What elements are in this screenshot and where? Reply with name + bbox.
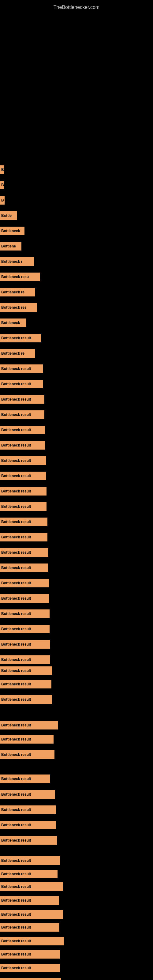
bar-fill-26: Bottleneck result [0, 548, 48, 557]
bar-label-43: Bottleneck result [1, 823, 31, 827]
site-title: TheBottlenecker.com [0, 2, 153, 13]
bar-label-31: Bottleneck result [1, 627, 31, 631]
bar-label-44: Bottleneck result [1, 838, 31, 843]
bar-label-34: Bottleneck result [1, 668, 31, 673]
bar-item-11: Bottleneck [0, 318, 26, 327]
bar-item-33: Bottleneck result [0, 655, 50, 664]
bar-item-9: Bottleneck re [0, 288, 35, 296]
bar-fill-34: Bottleneck result [0, 667, 52, 675]
bar-item-51: Bottleneck result [0, 937, 64, 945]
bar-fill-19: Bottleneck result [0, 441, 45, 450]
bar-item-52: Bottleneck result [0, 950, 60, 959]
bar-fill-45: Bottleneck result [0, 856, 60, 865]
bar-fill-13: Bottleneck re [0, 349, 35, 358]
bar-item-48: Bottleneck result [0, 896, 59, 905]
bar-fill-48: Bottleneck result [0, 896, 59, 905]
bar-fill-32: Bottleneck result [0, 640, 50, 649]
bar-fill-17: Bottleneck result [0, 410, 45, 419]
bar-item-32: Bottleneck result [0, 640, 50, 649]
bar-item-26: Bottleneck result [0, 548, 48, 557]
bar-item-54: Bottleneck result [0, 978, 61, 980]
bar-item-3: B [0, 196, 5, 205]
bar-item-22: Bottleneck result [0, 487, 46, 495]
bar-label-36: Bottleneck result [1, 697, 31, 702]
bar-fill-43: Bottleneck result [0, 821, 56, 829]
bar-fill-6: Bottlene [0, 242, 21, 250]
bar-label-6: Bottlene [1, 244, 16, 248]
bar-label-41: Bottleneck result [1, 792, 31, 797]
bar-label-21: Bottleneck result [1, 474, 31, 478]
bar-fill-9: Bottleneck re [0, 288, 35, 296]
bar-fill-5: Bottleneck [0, 227, 24, 235]
bar-item-12: Bottleneck result [0, 334, 41, 342]
bar-fill-1: B [0, 165, 4, 174]
bar-label-12: Bottleneck result [1, 336, 31, 340]
bar-label-22: Bottleneck result [1, 489, 31, 493]
bar-item-42: Bottleneck result [0, 805, 56, 814]
bar-item-1: B [0, 165, 4, 174]
bar-fill-36: Bottleneck result [0, 695, 52, 704]
bar-fill-40: Bottleneck result [0, 775, 50, 783]
bar-fill-10: Bottleneck res [0, 303, 37, 312]
bar-item-17: Bottleneck result [0, 410, 45, 419]
bar-fill-29: Bottleneck result [0, 594, 49, 603]
bar-fill-44: Bottleneck result [0, 836, 57, 845]
bar-label-3: B [1, 198, 4, 202]
bar-item-46: Bottleneck result [0, 870, 57, 878]
bar-item-7: Bottleneck r [0, 257, 33, 266]
bar-label-53: Bottleneck result [1, 966, 31, 970]
bar-label-52: Bottleneck result [1, 952, 31, 956]
bar-item-16: Bottleneck result [0, 395, 45, 404]
bar-fill-24: Bottleneck result [0, 517, 48, 526]
bar-fill-37: Bottleneck result [0, 721, 58, 730]
bar-fill-49: Bottleneck result [0, 910, 63, 919]
bar-label-35: Bottleneck result [1, 682, 31, 686]
bar-item-45: Bottleneck result [0, 856, 60, 865]
bar-label-32: Bottleneck result [1, 642, 31, 646]
bar-label-9: Bottleneck re [1, 290, 24, 294]
bar-item-8: Bottleneck resu [0, 272, 40, 281]
bar-fill-51: Bottleneck result [0, 937, 64, 945]
bar-label-38: Bottleneck result [1, 737, 31, 741]
bar-item-6: Bottlene [0, 242, 21, 250]
bar-fill-23: Bottleneck result [0, 502, 46, 511]
bar-fill-47: Bottleneck result [0, 882, 63, 891]
bar-fill-42: Bottleneck result [0, 805, 56, 814]
bar-fill-14: Bottleneck result [0, 364, 43, 373]
bar-label-25: Bottleneck result [1, 535, 31, 539]
bar-label-13: Bottleneck re [1, 351, 24, 356]
bar-item-21: Bottleneck result [0, 472, 46, 480]
bar-item-40: Bottleneck result [0, 775, 50, 783]
bar-label-20: Bottleneck result [1, 458, 31, 463]
bar-fill-52: Bottleneck result [0, 950, 60, 959]
bar-fill-54: Bottleneck result [0, 978, 61, 980]
bar-item-31: Bottleneck result [0, 625, 49, 633]
bar-fill-31: Bottleneck result [0, 625, 49, 633]
bar-fill-20: Bottleneck result [0, 456, 46, 465]
bar-fill-25: Bottleneck result [0, 533, 48, 541]
bar-fill-22: Bottleneck result [0, 487, 46, 495]
bar-fill-39: Bottleneck result [0, 750, 54, 759]
bar-label-24: Bottleneck result [1, 520, 31, 524]
bar-item-15: Bottleneck result [0, 380, 43, 388]
bar-item-41: Bottleneck result [0, 790, 55, 799]
bar-fill-27: Bottleneck result [0, 563, 48, 572]
bar-item-24: Bottleneck result [0, 517, 48, 526]
bar-label-30: Bottleneck result [1, 612, 31, 616]
bar-label-16: Bottleneck result [1, 397, 31, 401]
bar-item-14: Bottleneck result [0, 364, 43, 373]
bar-fill-21: Bottleneck result [0, 472, 46, 480]
bar-item-28: Bottleneck result [0, 579, 49, 587]
bar-label-51: Bottleneck result [1, 939, 31, 943]
bar-item-36: Bottleneck result [0, 695, 52, 704]
bar-label-42: Bottleneck result [1, 808, 31, 812]
bar-item-2: B [0, 181, 4, 189]
bar-fill-38: Bottleneck result [0, 735, 54, 744]
bar-label-23: Bottleneck result [1, 504, 31, 509]
bar-item-43: Bottleneck result [0, 821, 56, 829]
bar-fill-16: Bottleneck result [0, 395, 45, 404]
bar-label-37: Bottleneck result [1, 723, 31, 727]
bar-fill-35: Bottleneck result [0, 680, 51, 689]
bar-item-27: Bottleneck result [0, 563, 48, 572]
bar-fill-18: Bottleneck result [0, 426, 45, 434]
